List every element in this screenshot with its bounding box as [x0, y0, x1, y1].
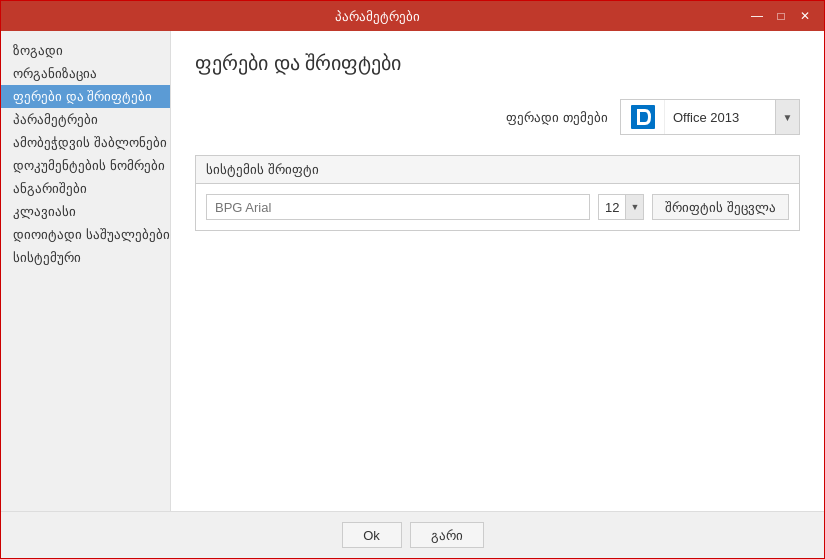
theme-name: Office 2013 — [665, 110, 775, 125]
font-input[interactable] — [206, 194, 590, 220]
theme-label: ფერადი თემები — [506, 110, 608, 125]
font-size-value: 12 — [599, 200, 625, 215]
sidebar-item-doc-numbers[interactable]: დოკუმენტების ნომრები — [1, 154, 170, 177]
sidebar-item-general[interactable]: ზოგადი — [1, 39, 170, 62]
font-section: სისტემის შრიფტი 12 ▼ შრიფტის შეცვლა — [195, 155, 800, 231]
cancel-button[interactable]: გარი — [410, 522, 484, 548]
theme-row: ფერადი თემები Office 2013 ▼ — [195, 99, 800, 135]
window-controls: — □ ✕ — [746, 6, 816, 26]
sidebar-item-form-templates[interactable]: ამობეჭდვის შაბლონები — [1, 131, 170, 154]
font-section-header: სისტემის შრიფტი — [196, 156, 799, 184]
sidebar-item-parameters[interactable]: პარამეტრები — [1, 108, 170, 131]
main-content: ფერები და შრიფტები ფერადი თემები — [171, 31, 824, 511]
window-title: პარამეტრები — [9, 9, 746, 24]
close-button[interactable]: ✕ — [794, 6, 816, 26]
title-bar: პარამეტრები — □ ✕ — [1, 1, 824, 31]
main-window: პარამეტრები — □ ✕ ზოგადი ორგანიზაცია ფერ… — [0, 0, 825, 559]
sidebar-item-system[interactable]: სისტემური — [1, 246, 170, 269]
font-preview-button[interactable]: შრიფტის შეცვლა — [652, 194, 789, 220]
sidebar-item-colors-fonts[interactable]: ფერები და შრიფტები — [1, 85, 170, 108]
maximize-button[interactable]: □ — [770, 6, 792, 26]
theme-dropdown[interactable]: Office 2013 ▼ — [620, 99, 800, 135]
sidebar-item-shortcuts[interactable]: კლავიასი — [1, 200, 170, 223]
sidebar-item-reports[interactable]: ანგარიშები — [1, 177, 170, 200]
theme-dropdown-arrow[interactable]: ▼ — [775, 100, 799, 134]
minimize-button[interactable]: — — [746, 6, 768, 26]
sidebar-item-additional[interactable]: დიოიტადი საშუალებები — [1, 223, 170, 246]
office-logo-icon — [621, 100, 665, 134]
sidebar-item-organization[interactable]: ორგანიზაცია — [1, 62, 170, 85]
footer: Ok გარი — [1, 511, 824, 558]
ok-button[interactable]: Ok — [342, 522, 402, 548]
window-body: ზოგადი ორგანიზაცია ფერები და შრიფტები პა… — [1, 31, 824, 511]
font-size-arrow[interactable]: ▼ — [625, 195, 643, 219]
font-section-body: 12 ▼ შრიფტის შეცვლა — [196, 184, 799, 230]
page-title: ფერები და შრიფტები — [195, 51, 800, 75]
sidebar: ზოგადი ორგანიზაცია ფერები და შრიფტები პა… — [1, 31, 171, 511]
font-size-select[interactable]: 12 ▼ — [598, 194, 644, 220]
